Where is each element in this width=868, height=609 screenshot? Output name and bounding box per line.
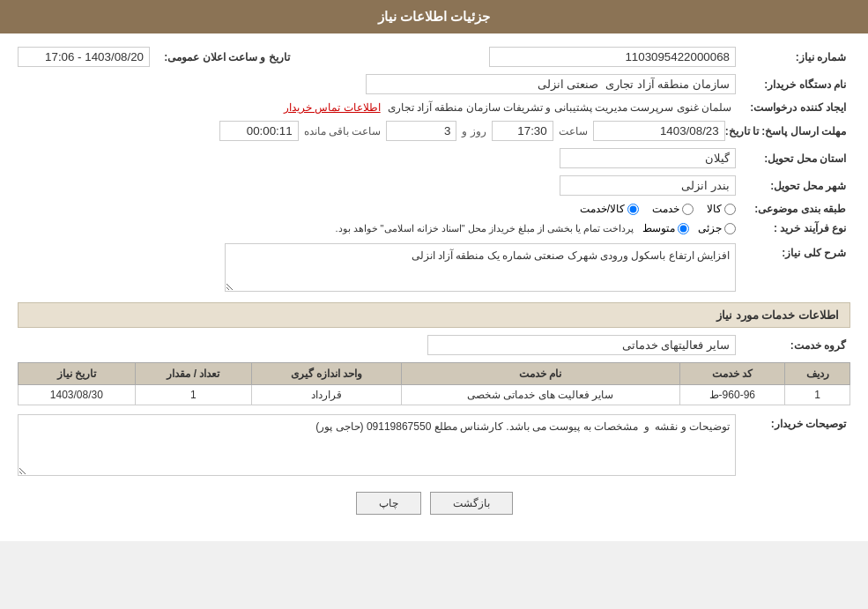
purchase-type-options: جزئی متوسط پرداخت تمام یا بخشی از مبلغ خ… <box>335 222 736 234</box>
subject-kala-khedmat-radio[interactable] <box>627 204 639 215</box>
buyer-org-row: نام دستگاه خریدار: <box>18 74 850 94</box>
city-input <box>560 175 736 196</box>
subject-kala-label: کالا <box>707 203 722 215</box>
city-row: شهر محل تحویل: <box>18 175 850 196</box>
table-header-row: ردیف کد خدمت نام خدمت واحد اندازه گیری ت… <box>19 363 850 385</box>
subject-kala-khedmat: کالا/خدمت <box>580 203 639 215</box>
col-code: کد خدمت <box>679 363 784 385</box>
page-wrapper: جزئیات اطلاعات نیاز شماره نیاز: تاریخ و … <box>0 0 868 541</box>
cell-unit: قرارداد <box>252 385 402 405</box>
subject-kala: کالا <box>707 203 736 215</box>
response-time-input <box>492 121 553 141</box>
need-number-input <box>489 47 736 67</box>
buyer-notes-label: توصیحات خریدار: <box>736 414 850 430</box>
services-table: ردیف کد خدمت نام خدمت واحد اندازه گیری ت… <box>18 362 850 405</box>
announce-date-input <box>18 47 150 67</box>
cell-quantity: 1 <box>135 385 252 405</box>
col-row: ردیف <box>785 363 850 385</box>
purchase-type-label: نوع فرآیند خرید : <box>736 222 850 234</box>
contact-link[interactable]: اطلاعات تماس خریدار <box>284 101 381 114</box>
days-label: روز و <box>462 125 486 137</box>
creator-name: سلمان غنوی سرپرست مدیریت پشتیبانی و تشری… <box>388 101 731 114</box>
response-timer-input <box>219 121 299 141</box>
creator-label: ایجاد کننده درخواست: <box>736 101 850 114</box>
page-header: جزئیات اطلاعات نیاز <box>0 0 868 33</box>
province-input <box>560 148 736 168</box>
purchase-type-row: نوع فرآیند خرید : جزئی متوسط پرداخت تمام… <box>18 222 850 234</box>
type-motavaset-radio[interactable] <box>678 223 689 234</box>
col-date: تاریخ نیاز <box>19 363 136 385</box>
time-label: ساعت <box>559 125 588 137</box>
service-group-input <box>427 335 736 355</box>
need-desc-row: شرح کلی نیاز: افزایش ارتفاع باسکول ورودی… <box>18 243 850 292</box>
type-motavaset: متوسط <box>642 222 689 234</box>
need-desc-textarea[interactable]: افزایش ارتفاع باسکول ورودی شهرک صنعتی شم… <box>225 243 736 292</box>
buyer-notes-content: توضیحات و نقشه و مشخصات به پیوست می باشد… <box>18 414 736 479</box>
subject-khedmat: خدمت <box>652 203 694 215</box>
announce-date-label: تاریخ و ساعت اعلان عمومی: <box>150 51 308 63</box>
need-number-label: شماره نیاز: <box>736 51 850 63</box>
province-label: استان محل تحویل: <box>736 152 850 165</box>
response-date-label: مهلت ارسال پاسخ: تا تاریخ: <box>725 125 850 137</box>
button-bar: بازگشت چاپ <box>18 492 850 515</box>
subject-kala-khedmat-label: کالا/خدمت <box>580 203 625 215</box>
response-date-input <box>593 121 725 141</box>
services-section-header: اطلاعات خدمات مورد نیاز <box>18 302 850 328</box>
province-row: استان محل تحویل: <box>18 148 850 168</box>
type-motavaset-label: متوسط <box>642 222 675 234</box>
service-group-row: گروه خدمت: <box>18 335 850 355</box>
buyer-notes-row: توصیحات خریدار: توضیحات و نقشه و مشخصات … <box>18 414 850 479</box>
purchase-note: پرداخت تمام یا بخشی از مبلغ خریداز محل "… <box>335 223 634 234</box>
buyer-org-input <box>366 74 736 94</box>
service-group-label: گروه خدمت: <box>736 339 850 352</box>
type-jozi-label: جزئی <box>698 222 722 234</box>
buyer-notes-textarea[interactable]: توضیحات و نقشه و مشخصات به پیوست می باشد… <box>18 414 736 476</box>
col-unit: واحد اندازه گیری <box>252 363 402 385</box>
col-name: نام خدمت <box>402 363 680 385</box>
subject-row: طبقه بندی موضوعی: کالا خدمت کالا/خدمت <box>18 203 850 215</box>
services-table-container: ردیف کد خدمت نام خدمت واحد اندازه گیری ت… <box>18 362 850 405</box>
type-jozi-radio[interactable] <box>724 223 736 234</box>
cell-code: 960-96-ط <box>679 385 784 405</box>
cell-date: 1403/08/30 <box>19 385 136 405</box>
subject-label: طبقه بندی موضوعی: <box>736 203 850 215</box>
col-qty: تعداد / مقدار <box>135 363 252 385</box>
content-area: شماره نیاز: تاریخ و ساعت اعلان عمومی: نا… <box>0 33 868 541</box>
buyer-org-label: نام دستگاه خریدار: <box>736 78 850 91</box>
creator-row: ایجاد کننده درخواست: سلمان غنوی سرپرست م… <box>18 101 850 114</box>
cell-name: سایر فعالیت های خدماتی شخصی <box>402 385 680 405</box>
need-number-row: شماره نیاز: تاریخ و ساعت اعلان عمومی: <box>18 47 850 67</box>
response-days-input <box>386 121 456 141</box>
table-row: 1960-96-طسایر فعالیت های خدماتی شخصیقرار… <box>19 385 850 405</box>
subject-khedmat-radio[interactable] <box>682 204 694 215</box>
subject-khedmat-label: خدمت <box>652 203 679 215</box>
type-jozi: جزئی <box>698 222 736 234</box>
back-button[interactable]: بازگشت <box>430 492 513 515</box>
timer-label: ساعت باقی مانده <box>304 125 382 137</box>
subject-kala-radio[interactable] <box>724 204 736 215</box>
page-title: جزئیات اطلاعات نیاز <box>378 9 490 24</box>
need-desc-label: شرح کلی نیاز: <box>736 243 850 259</box>
print-button[interactable]: چاپ <box>356 492 421 515</box>
response-date-row: مهلت ارسال پاسخ: تا تاریخ: ساعت روز و سا… <box>18 121 850 141</box>
subject-radio-group: کالا خدمت کالا/خدمت <box>580 203 736 215</box>
city-label: شهر محل تحویل: <box>736 180 850 192</box>
cell-row: 1 <box>785 385 850 405</box>
